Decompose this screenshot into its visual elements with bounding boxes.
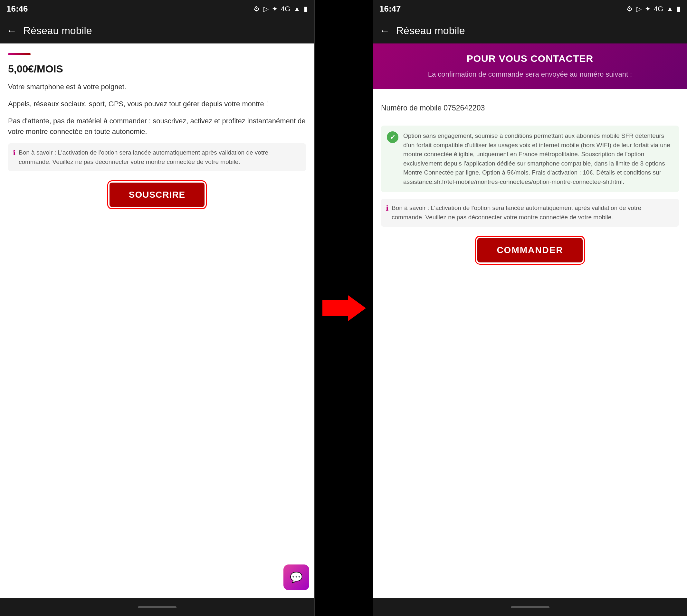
option-card: ✓ Option sans engagement, soumise à cond… <box>381 126 679 192</box>
info-box-1: ℹ Bon à savoir : L'activation de l'optio… <box>8 143 306 171</box>
time-2: 16:47 <box>380 4 401 14</box>
info-icon-2: ℹ <box>386 204 388 222</box>
time-1: 16:46 <box>6 4 28 14</box>
desc2: Appels, réseaux sociaux, sport, GPS, vou… <box>8 98 306 109</box>
info-text-2: Bon à savoir : L'activation de l'option … <box>392 203 674 222</box>
screen1-content: 5,00€/MOIS Votre smartphone est à votre … <box>0 43 314 598</box>
phone-number-row: Numéro de mobile 0752642203 <box>381 97 679 119</box>
status-icons-1: ⚙ ▷ ✦ 4G ▲ ▮ <box>254 5 307 13</box>
desc3: Pas d'attente, pas de matériel à command… <box>8 116 306 137</box>
back-button-1[interactable]: ← <box>6 25 17 37</box>
banner-subtitle: La confirmation de commande sera envoyée… <box>381 69 679 80</box>
battery-icon-1: ▮ <box>304 5 307 13</box>
nav-bar-1: ← Réseau mobile <box>0 18 314 43</box>
nav-title-2: Réseau mobile <box>396 25 465 37</box>
signal-icon-1: ▲ <box>294 5 301 13</box>
settings-icon-2: ⚙ <box>626 5 633 13</box>
screen2-content: POUR VOUS CONTACTER La confirmation de c… <box>373 43 687 598</box>
status-bar-1: 16:46 ⚙ ▷ ✦ 4G ▲ ▮ <box>0 0 314 18</box>
home-indicator-1 <box>138 606 176 608</box>
chat-icon: 💬 <box>290 571 303 584</box>
screen-2: 16:47 ⚙ ▷ ✦ 4G ▲ ▮ ← Réseau mobile POUR … <box>373 0 687 616</box>
status-icons-2: ⚙ ▷ ✦ 4G ▲ ▮ <box>626 5 681 13</box>
info-icon-1: ℹ <box>13 149 16 167</box>
chat-fab[interactable]: 💬 <box>283 565 309 590</box>
back-button-2[interactable]: ← <box>380 25 390 37</box>
screen-1: 16:46 ⚙ ▷ ✦ 4G ▲ ▮ ← Réseau mobile 5,00€… <box>0 0 314 616</box>
price-heading: 5,00€/MOIS <box>8 63 306 75</box>
cast-icon-1: ▷ <box>263 5 269 13</box>
signal-icon-2: ▲ <box>666 5 673 13</box>
nav-title-1: Réseau mobile <box>23 25 92 37</box>
network-icon-1: 4G <box>281 5 290 13</box>
banner-title: POUR VOUS CONTACTER <box>381 53 679 64</box>
pour-vous-banner: POUR VOUS CONTACTER La confirmation de c… <box>373 43 687 89</box>
bottom-bar-2 <box>373 598 687 616</box>
nav-bar-2: ← Réseau mobile <box>373 18 687 43</box>
info-box-2: ℹ Bon à savoir : L'activation de l'optio… <box>381 199 679 227</box>
status-bar-2: 16:47 ⚙ ▷ ✦ 4G ▲ ▮ <box>373 0 687 18</box>
commander-button[interactable]: COMMANDER <box>477 238 582 262</box>
home-indicator-2 <box>511 606 550 608</box>
arrow-container <box>315 0 373 616</box>
check-circle: ✓ <box>387 131 399 143</box>
battery-icon-2: ▮ <box>677 5 681 13</box>
accent-bar <box>8 53 30 55</box>
phone-number: 0752642203 <box>444 104 485 112</box>
desc1: Votre smartphone est à votre poignet. <box>8 82 306 92</box>
option-text: Option sans engagement, soumise à condit… <box>403 131 673 186</box>
bottom-bar-1 <box>0 598 314 616</box>
check-icon: ✓ <box>390 133 395 141</box>
subscribe-button[interactable]: SOUSCRIRE <box>109 182 205 207</box>
settings-icon-1: ⚙ <box>254 5 260 13</box>
phone-label: Numéro de mobile <box>381 104 442 112</box>
network-icon-2: 4G <box>654 5 663 13</box>
info-text-1: Bon à savoir : L'activation de l'option … <box>19 148 301 167</box>
bluetooth-icon-2: ✦ <box>645 5 651 13</box>
cast-icon-2: ▷ <box>636 5 642 13</box>
bluetooth-icon-1: ✦ <box>272 5 278 13</box>
